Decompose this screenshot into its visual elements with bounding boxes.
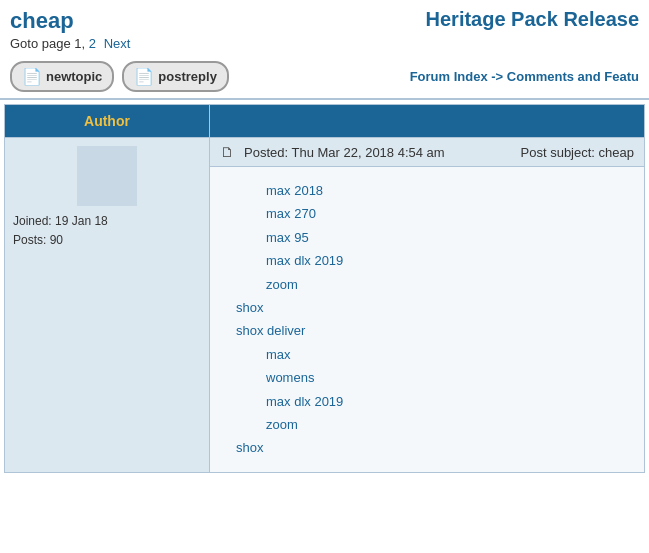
joined-label: Joined: 19 Jan 18 [13, 212, 201, 231]
new-topic-button[interactable]: 📄 newtopic [10, 61, 114, 92]
new-topic-label: newtopic [46, 69, 102, 84]
author-meta: Joined: 19 Jan 18 Posts: 90 [13, 212, 201, 250]
toolbar: 📄 newtopic 📄 postreply Forum Index -> Co… [0, 55, 649, 98]
pagination-prefix: Goto page 1, [10, 36, 85, 51]
post-column-header [210, 105, 645, 138]
post-link[interactable]: womens [226, 366, 628, 389]
header-right: Heritage Pack Release [426, 8, 639, 31]
author-cell: Joined: 19 Jan 18 Posts: 90 [5, 138, 210, 473]
page-2-link[interactable]: 2 [89, 36, 96, 51]
table-row: Joined: 19 Jan 18 Posts: 90 🗋 Posted: Th… [5, 138, 645, 473]
post-link[interactable]: zoom [226, 273, 628, 296]
page-header: cheap Goto page 1, 2 Next Heritage Pack … [0, 0, 649, 55]
page-title: cheap [10, 8, 130, 34]
forum-table: Author Joined: 19 Jan 18 Posts: 90 🗋 Pos… [4, 104, 645, 473]
post-link[interactable]: zoom [226, 413, 628, 436]
post-link[interactable]: max 95 [226, 226, 628, 249]
post-body: max 2018max 270max 95max dlx 2019zoomsho… [210, 167, 644, 472]
post-link[interactable]: max [226, 343, 628, 366]
post-cell: 🗋 Posted: Thu Mar 22, 2018 4:54 am Post … [210, 138, 645, 473]
avatar [77, 146, 137, 206]
breadcrumb: Forum Index -> Comments and Featu [410, 69, 639, 84]
table-header-row: Author [5, 105, 645, 138]
pagination: Goto page 1, 2 Next [10, 36, 130, 51]
forum-title: Heritage Pack Release [426, 8, 639, 31]
post-link[interactable]: max 270 [226, 202, 628, 225]
post-reply-icon: 📄 [134, 67, 154, 86]
author-column-header: Author [5, 105, 210, 138]
post-subject: Post subject: cheap [521, 145, 634, 160]
post-link[interactable]: max dlx 2019 [226, 249, 628, 272]
post-header: 🗋 Posted: Thu Mar 22, 2018 4:54 am Post … [210, 138, 644, 167]
content-area: Author Joined: 19 Jan 18 Posts: 90 🗋 Pos… [0, 104, 649, 473]
posted-label: Posted: Thu Mar 22, 2018 4:54 am [244, 145, 445, 160]
divider [0, 98, 649, 100]
post-link[interactable]: max dlx 2019 [226, 390, 628, 413]
breadcrumb-text: Forum Index -> Comments and Featu [410, 69, 639, 84]
posts-label: Posts: 90 [13, 231, 201, 250]
post-document-icon: 🗋 [220, 144, 234, 160]
header-left: cheap Goto page 1, 2 Next [10, 8, 130, 51]
post-link[interactable]: shox [226, 296, 628, 319]
toolbar-left: 📄 newtopic 📄 postreply [10, 61, 229, 92]
post-link[interactable]: max 2018 [226, 179, 628, 202]
post-link[interactable]: shox deliver [226, 319, 628, 342]
next-link[interactable]: Next [104, 36, 131, 51]
post-reply-button[interactable]: 📄 postreply [122, 61, 229, 92]
post-link[interactable]: shox [226, 436, 628, 459]
new-topic-icon: 📄 [22, 67, 42, 86]
post-reply-label: postreply [158, 69, 217, 84]
